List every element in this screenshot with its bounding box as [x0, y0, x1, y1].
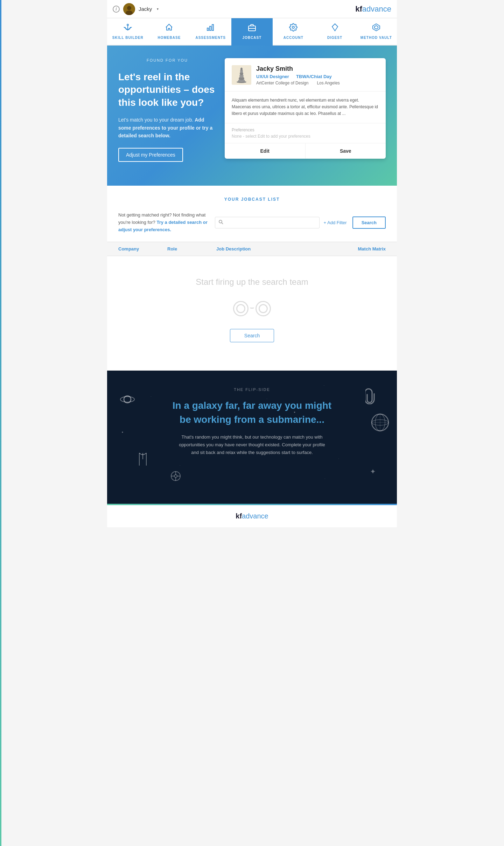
card-name: Jacky Smith — [256, 65, 379, 73]
star-5: · — [324, 477, 325, 480]
svg-point-9 — [292, 26, 294, 28]
tab-bar: SKILL BUILDER HOMEBASE ASSESSMENTS JOBCA… — [107, 18, 397, 46]
card-meta: UX/Ui Designer TBWA/Chiat Day — [256, 74, 379, 79]
star-1: · — [150, 395, 151, 398]
footer-brand: kfadvance — [114, 512, 390, 520]
sparkle-icon: ✦ — [370, 467, 376, 476]
profile-card: Jacky Smith UX/Ui Designer TBWA/Chiat Da… — [225, 58, 386, 159]
star-4: · — [266, 397, 267, 400]
svg-marker-10 — [373, 24, 380, 31]
svg-rect-6 — [212, 25, 214, 30]
search-icon — [218, 220, 223, 226]
add-filter-button[interactable]: + Add Filter — [324, 220, 347, 225]
svg-point-28 — [174, 475, 177, 477]
bino-bridge — [250, 306, 254, 309]
user-name[interactable]: Jacky — [139, 6, 152, 12]
svg-point-23 — [120, 397, 134, 402]
avatar[interactable] — [123, 3, 135, 15]
tab-digest-label: DIGEST — [327, 36, 342, 40]
search-input[interactable] — [215, 217, 320, 228]
svg-point-20 — [219, 220, 222, 223]
prefs-label: Preferences — [232, 128, 379, 132]
tab-homebase-label: HOMEBASE — [158, 36, 181, 40]
star-3: · — [180, 464, 180, 467]
tab-assessments-label: ASSESSMENTS — [195, 36, 226, 40]
footer: kfadvance — [107, 505, 397, 527]
nav-left: i Jacky ▾ — [113, 3, 159, 15]
tab-skill-builder[interactable]: SKILL BUILDER — [107, 18, 148, 46]
flip-side-section: · ● · · · ● · · — [107, 371, 397, 504]
search-button[interactable]: Search — [352, 216, 386, 229]
info-icon[interactable]: i — [113, 6, 120, 13]
tab-method-vault[interactable]: METHOD VAULT — [356, 18, 397, 46]
star-8: · — [324, 384, 324, 387]
flip-title: In a galaxy far, far away you might be w… — [168, 399, 336, 426]
th-job-description: Job Description — [216, 246, 330, 252]
table-header: Company Role Job Description Match Matri… — [107, 242, 397, 256]
bino-left — [233, 301, 248, 316]
empty-title: Start firing up the search team — [118, 277, 386, 287]
card-location: Los Angeles — [317, 81, 340, 85]
card-description: Aliquam elementum hendrerit nunc, vel el… — [232, 97, 379, 117]
search-middle: + Add Filter — [215, 217, 347, 228]
flip-description: That's random you might think, but our t… — [175, 433, 329, 456]
hero-section: FOUND FOR YOU Let's reel in the opportun… — [107, 46, 397, 186]
th-role: Role — [167, 246, 216, 252]
found-for-you-label: FOUND FOR YOU — [118, 58, 216, 62]
chevron-down-icon[interactable]: ▾ — [157, 7, 159, 11]
home-icon — [165, 23, 173, 34]
card-education: ArtCenter College of Design — [256, 81, 308, 85]
chart-icon — [206, 23, 215, 34]
hero-subtitle: Let's match you to your dream job. Add s… — [118, 116, 216, 139]
binoculars-icon — [118, 301, 386, 316]
svg-point-19 — [240, 68, 243, 70]
card-info: Jacky Smith UX/Ui Designer TBWA/Chiat Da… — [256, 65, 379, 85]
star-2: ● — [121, 431, 123, 434]
tab-jobcast-label: JOBCAST — [243, 36, 262, 40]
hero-left: FOUND FOR YOU Let's reel in the opportun… — [118, 58, 216, 162]
search-row: Not getting matched right? Not finding w… — [118, 212, 386, 242]
tab-skill-builder-label: SKILL BUILDER — [112, 36, 144, 40]
th-company: Company — [118, 246, 167, 252]
svg-point-1 — [127, 6, 131, 10]
briefcase-icon — [248, 23, 256, 34]
jobcast-section-title: YOUR JOBCAST LIST — [118, 197, 386, 202]
svg-line-21 — [222, 223, 223, 224]
fork-icon — [138, 452, 148, 469]
svg-point-3 — [127, 24, 128, 26]
tab-account[interactable]: ACCOUNT — [273, 18, 314, 46]
diamond-icon — [331, 23, 339, 34]
card-avatar — [232, 65, 251, 85]
anchor-icon — [124, 23, 132, 34]
empty-state: Start firing up the search team Search — [107, 256, 397, 370]
wheel-icon — [170, 470, 181, 484]
jobcast-list-section: YOUR JOBCAST LIST Not getting matched ri… — [107, 186, 397, 242]
bino-right — [255, 301, 271, 316]
tab-assessments[interactable]: ASSESSMENTS — [190, 18, 231, 46]
tab-account-label: ACCOUNT — [284, 36, 303, 40]
gear-icon — [289, 23, 298, 34]
card-role: UX/Ui Designer — [256, 74, 289, 79]
tab-jobcast[interactable]: JOBCAST — [231, 18, 273, 46]
card-save-button[interactable]: Save — [306, 143, 386, 159]
prefs-value: None - select Edit to add your preferenc… — [232, 134, 379, 139]
empty-search-button[interactable]: Search — [230, 329, 274, 342]
star-6: ● — [294, 411, 295, 414]
card-header: Jacky Smith UX/Ui Designer TBWA/Chiat Da… — [225, 58, 386, 91]
tab-homebase[interactable]: HOMEBASE — [148, 18, 190, 46]
flip-label: THE FLIP-SIDE — [121, 387, 383, 392]
adjust-preferences-button[interactable]: Adjust my Preferences — [118, 148, 183, 162]
hexagon-icon — [372, 23, 380, 34]
card-edit-button[interactable]: Edit — [225, 143, 306, 159]
brand-logo: kfadvance — [355, 5, 391, 14]
card-body: Aliquam elementum hendrerit nunc, vel el… — [225, 91, 386, 123]
svg-rect-4 — [207, 28, 209, 30]
paperclip-icon — [365, 387, 376, 407]
card-preferences: Preferences None - select Edit to add yo… — [225, 123, 386, 143]
sphere-icon — [370, 413, 390, 436]
avatar-image — [123, 3, 135, 15]
planet-icon — [120, 392, 135, 411]
star-7: · — [338, 457, 339, 460]
top-navigation: i Jacky ▾ kfadvance — [107, 0, 397, 18]
tab-digest[interactable]: DIGEST — [314, 18, 355, 46]
